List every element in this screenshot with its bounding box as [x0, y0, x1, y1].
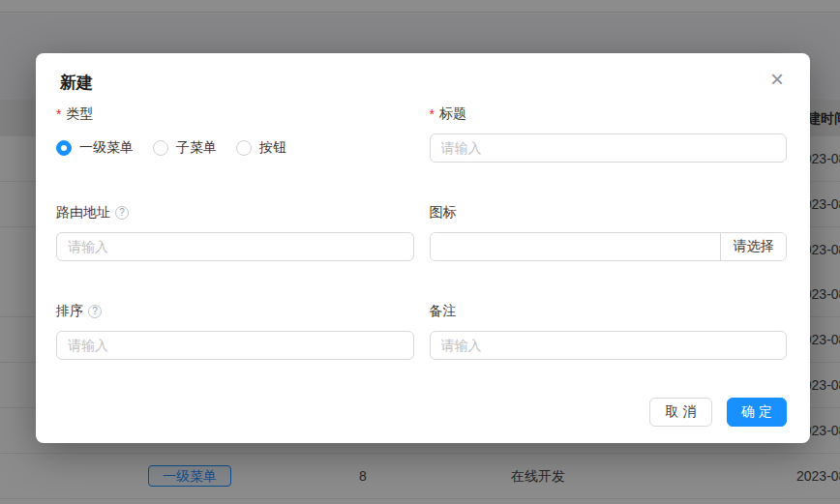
- close-icon[interactable]: ×: [764, 67, 791, 94]
- required-asterisk: *: [56, 106, 61, 122]
- dialog-body: * 类型 一级菜单 子菜单: [36, 106, 810, 427]
- form-row-1: * 类型 一级菜单 子菜单: [56, 106, 787, 163]
- sort-label: 排序 ?: [56, 304, 414, 319]
- dialog-footer: 取 消 确 定: [56, 398, 787, 427]
- remark-label: 备注: [430, 304, 788, 319]
- form-row-2: 路由地址 ? 图标 请选择: [56, 205, 787, 261]
- form-item-icon: 图标 请选择: [430, 205, 788, 261]
- title-input[interactable]: [430, 133, 788, 163]
- icon-input-group: 请选择: [430, 232, 788, 261]
- form-item-title: * 标题: [430, 106, 788, 163]
- icon-input[interactable]: [431, 233, 721, 260]
- form-item-route: 路由地址 ?: [56, 205, 414, 261]
- radio-circle-icon: [236, 140, 252, 156]
- form-item-type: * 类型 一级菜单 子菜单: [56, 106, 414, 163]
- confirm-button[interactable]: 确 定: [727, 398, 787, 427]
- help-icon[interactable]: ?: [115, 206, 129, 220]
- title-label: * 标题: [430, 106, 788, 122]
- remark-input[interactable]: [430, 331, 788, 360]
- form-row-3: 排序 ? 备注: [56, 304, 787, 360]
- radio-label: 子菜单: [176, 139, 217, 157]
- radio-circle-icon: [56, 140, 72, 156]
- screen: 创建时间 2023-08-2023-08-2023-08-2023-08-202…: [0, 0, 840, 504]
- new-menu-dialog: 新建 × * 类型 一级菜单: [36, 53, 810, 443]
- icon-label: 图标: [430, 205, 788, 221]
- route-input[interactable]: [56, 232, 414, 261]
- form-item-remark: 备注: [430, 304, 788, 360]
- route-label: 路由地址 ?: [56, 205, 414, 221]
- type-label: * 类型: [56, 106, 414, 122]
- radio-circle-icon: [153, 140, 168, 156]
- sort-input[interactable]: [56, 331, 414, 360]
- radio-label: 一级菜单: [79, 139, 134, 157]
- radio-option-sub-menu[interactable]: 子菜单: [153, 139, 217, 157]
- radio-option-primary-menu[interactable]: 一级菜单: [56, 139, 134, 157]
- dialog-title: 新建: [60, 72, 93, 94]
- required-asterisk: *: [430, 106, 435, 122]
- radio-label: 按钮: [259, 139, 286, 157]
- help-icon[interactable]: ?: [88, 305, 102, 318]
- type-radio-group: 一级菜单 子菜单 按钮: [56, 133, 414, 163]
- cancel-button[interactable]: 取 消: [649, 398, 712, 427]
- form-item-sort: 排序 ?: [56, 304, 414, 360]
- icon-select-button[interactable]: 请选择: [720, 233, 786, 260]
- radio-option-button[interactable]: 按钮: [236, 139, 286, 157]
